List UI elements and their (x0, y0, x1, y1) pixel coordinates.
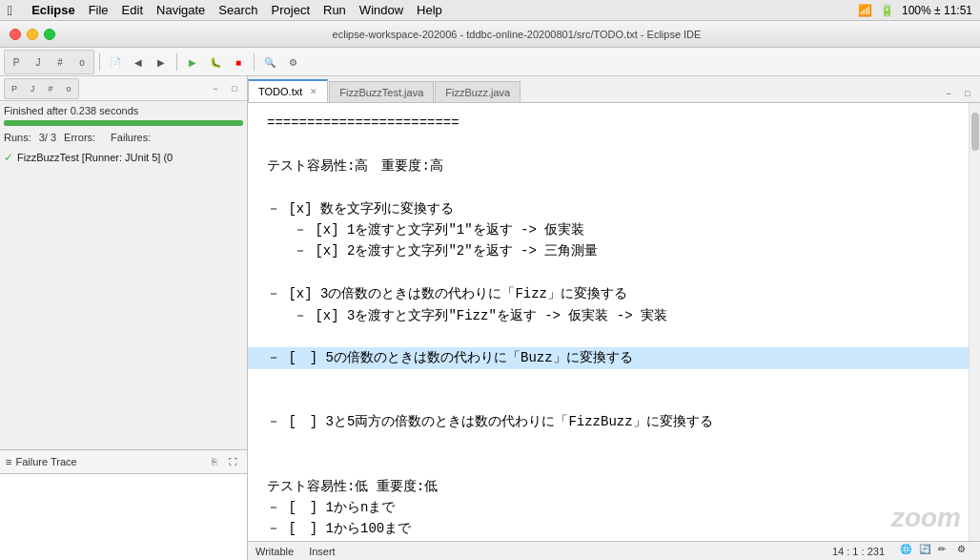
status-bar: Writable Insert 14 : 1 : 231 🌐 🔄 ✏ ⚙ (248, 541, 980, 560)
failures-label: Failures: (111, 132, 151, 143)
tab-todo-label: TODO.txt (258, 86, 302, 97)
toolbar-btn-back[interactable]: ◀ (128, 52, 149, 73)
editor-line: － [ ] 3と5両方の倍数のときは数の代わりに「FizzBuzz」に変換する (267, 411, 949, 432)
menu-help[interactable]: Help (417, 3, 442, 17)
scrollbar-thumb[interactable] (971, 113, 979, 151)
menu-project[interactable]: Project (272, 3, 310, 17)
test-item-label: FizzBuzzTest [Runner: JUnit 5] (0 (17, 152, 173, 163)
wifi-icon: 📶 (858, 4, 872, 17)
toolbar-btn-o[interactable]: o (71, 52, 92, 73)
menu-run[interactable]: Run (323, 3, 346, 17)
menu-window[interactable]: Window (359, 3, 403, 17)
failure-trace-header: ≡ Failure Trace ⎘ ⛶ (0, 450, 247, 474)
editor-line (267, 326, 949, 347)
panel-btn-o[interactable]: o (60, 80, 77, 97)
failure-trace-label: Failure Trace (15, 456, 76, 467)
window-title: eclipse-workspace-202006 - tddbc-online-… (63, 29, 970, 40)
toolbar-btn-debug[interactable]: 🐛 (205, 52, 226, 73)
toolbar-sep-3 (254, 53, 255, 71)
editor-line: － [x] 3を渡すと文字列"Fizz"を返す -> 仮実装 -> 実装 (267, 305, 949, 326)
editor-line (267, 176, 949, 197)
eclipse-toolbar: P J # o 📄 ◀ ▶ ▶ 🐛 ■ 🔍 ⚙ (0, 48, 980, 76)
failure-trace-btn2[interactable]: ⛶ (224, 453, 241, 470)
close-button[interactable] (10, 29, 21, 40)
editor-scrollbar[interactable] (969, 103, 980, 541)
title-bar: eclipse-workspace-202006 - tddbc-online-… (0, 21, 980, 48)
tab-end-icons: − □ (940, 85, 980, 102)
status-pencil-icon: ✏ (938, 544, 953, 559)
panel-btn-minimize[interactable]: − (207, 80, 224, 97)
toolbar-btn-forward[interactable]: ▶ (151, 52, 172, 73)
status-settings-icon: ⚙ (957, 544, 972, 559)
toolbar-btn-run[interactable]: ▶ (182, 52, 203, 73)
tab-todo[interactable]: TODO.txt ✕ (248, 79, 328, 102)
junit-finished: Finished after 0.238 seconds (4, 105, 243, 116)
tab-minimize-btn[interactable]: − (940, 85, 957, 102)
toolbar-btn-p[interactable]: P (6, 52, 27, 73)
runs-label: Runs: (4, 132, 31, 143)
minimize-button[interactable] (27, 29, 38, 40)
failure-trace-content (0, 474, 247, 560)
editor-line (267, 390, 949, 411)
editor-line: ======================== (267, 113, 949, 134)
tab-fizzbuzztest[interactable]: FizzBuzzTest.java (329, 81, 434, 102)
status-network-icon: 🌐 (900, 544, 915, 559)
tab-maximize-btn[interactable]: □ (959, 85, 976, 102)
toolbar-btn-new[interactable]: 📄 (105, 52, 126, 73)
tab-bar: TODO.txt ✕ FizzBuzzTest.java FizzBuzz.ja… (248, 76, 980, 103)
status-writable: Writable (255, 546, 294, 557)
menu-right-icons: 📶 🔋 100% ± 11:51 (858, 4, 972, 17)
failure-trace-panel: ≡ Failure Trace ⎘ ⛶ (0, 449, 247, 560)
toolbar-sep-1 (99, 53, 100, 71)
panel-btn-j[interactable]: J (24, 80, 41, 97)
app-name: Eclipse (31, 3, 75, 17)
status-insert: Insert (309, 546, 336, 557)
editor-content[interactable]: ======================== テスト容易性:高 重要度:高 … (248, 103, 969, 541)
status-position: 14 : 1 : 231 (832, 546, 885, 557)
editor-line: － [ ] 1からnまで (267, 497, 949, 518)
editor-with-scrollbar: ======================== テスト容易性:高 重要度:高 … (248, 103, 980, 541)
eclipse-window: eclipse-workspace-202006 - tddbc-online-… (0, 21, 980, 560)
editor-line: － [ ] 1から100まで (267, 518, 949, 539)
toolbar-btn-settings[interactable]: ⚙ (282, 52, 303, 73)
runs-progress-bar (4, 120, 243, 126)
editor-line: テスト容易性:高 重要度:高 (267, 156, 949, 176)
toolbar-btn-search[interactable]: 🔍 (259, 52, 280, 73)
toolbar-btn-hash[interactable]: # (50, 52, 71, 73)
left-toolbar-group: P J # o (4, 78, 79, 99)
editor-line: － [x] 3の倍数のときは数の代わりに「Fizz」に変換する (267, 283, 949, 304)
tab-fizzbuzz[interactable]: FizzBuzz.java (435, 81, 521, 102)
menu-file[interactable]: File (89, 3, 109, 17)
panel-btn-p[interactable]: P (6, 80, 23, 97)
menu-edit[interactable]: Edit (122, 3, 143, 17)
editor-area: TODO.txt ✕ FizzBuzzTest.java FizzBuzz.ja… (248, 76, 980, 560)
test-tree: ✓ FizzBuzzTest [Runner: JUnit 5] (0 (4, 149, 243, 166)
maximize-button[interactable] (44, 29, 55, 40)
editor-line (267, 454, 949, 475)
toolbar-btn-stop[interactable]: ■ (228, 52, 249, 73)
tab-todo-close[interactable]: ✕ (310, 87, 317, 96)
failure-trace-btn1[interactable]: ⎘ (205, 453, 222, 470)
editor-line: テスト容易性:低 重要度:低 (267, 476, 949, 497)
panel-btn-maximize[interactable]: □ (226, 80, 243, 97)
panel-btn-hash[interactable]: # (42, 80, 59, 97)
status-sync-icon: 🔄 (919, 544, 934, 559)
editor-line: － [x] 1を渡すと文字列"1"を返す -> 仮実装 (267, 219, 949, 240)
battery-icon: 🔋 (880, 4, 894, 17)
editor-line: － [ ] 5の倍数のときは数の代わりに「Buzz」に変換する (248, 347, 969, 368)
status-icons: 🌐 🔄 ✏ ⚙ (900, 544, 972, 559)
failure-trace-icon: ≡ (6, 456, 11, 467)
editor-line (267, 134, 949, 155)
toolbar-btn-j[interactable]: J (28, 52, 49, 73)
toolbar-group-1: P J # o (4, 50, 94, 74)
status-right: 14 : 1 : 231 🌐 🔄 ✏ ⚙ (832, 544, 972, 559)
menu-search[interactable]: Search (218, 3, 257, 17)
editor-line (267, 369, 949, 390)
editor-line: － [x] 数を文字列に変換する (267, 198, 949, 219)
editor-line: － [x] 2を渡すと文字列"2"を返す -> 三角測量 (267, 240, 949, 261)
runs-info: Runs: 3/ 3 Errors: Failures: (4, 132, 243, 143)
menu-items: File Edit Navigate Search Project Run Wi… (89, 3, 442, 17)
menu-navigate[interactable]: Navigate (156, 3, 205, 17)
main-area: P J # o − □ Finished after 0.238 seconds… (0, 76, 980, 560)
test-item-fizzbuzz[interactable]: ✓ FizzBuzzTest [Runner: JUnit 5] (0 (4, 149, 243, 166)
